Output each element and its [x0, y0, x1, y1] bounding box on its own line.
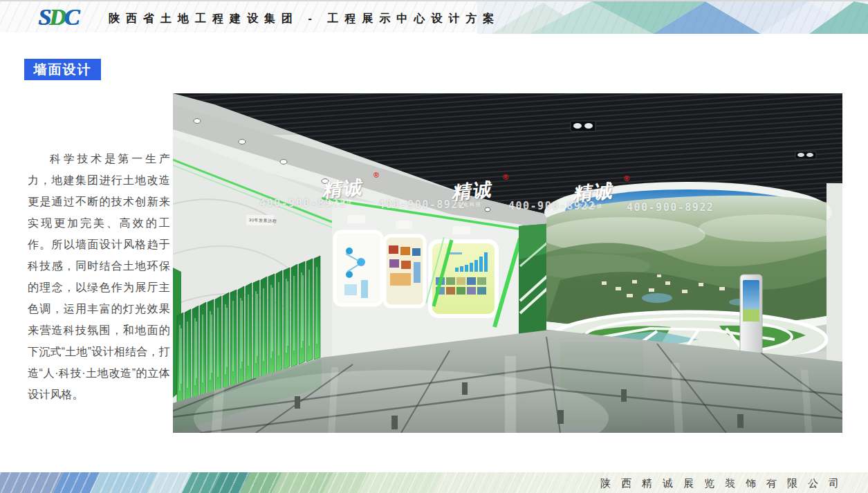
registered-trademark-icon: ® — [503, 173, 508, 181]
brand-subtext: 文化科技 — [578, 203, 603, 210]
brand-subtext: 文化科技 — [328, 199, 353, 206]
watermark-brand-logo-2: 精诚 文化科技 ® — [453, 178, 507, 210]
watermark-phone-4: 400-900-8922 — [627, 201, 714, 214]
footer-triangle-decoration — [0, 472, 609, 493]
logo-letter-c: C — [64, 4, 77, 30]
brand-subtext: 文化科技 — [457, 201, 482, 208]
render-image: 400-900-8922 精诚 文化科技 ® 400-900-8922 精诚 文… — [173, 93, 842, 433]
page-title: 陕西省土地工程建设集团 - 工程展示中心设计方案 — [109, 1, 500, 34]
watermark-brand-logo-1: 精诚 文化科技 ® — [324, 176, 378, 208]
watermark-brand-logo-3: 精诚 文化科技 ® — [574, 180, 628, 212]
footer-company-name: 陕西精诚展览装饰有限公司 — [600, 472, 849, 493]
registered-trademark-icon: ® — [624, 174, 629, 183]
exhibition-hall-render — [173, 93, 842, 433]
header-triangle-decoration — [477, 1, 868, 34]
logo-letter-d: D — [49, 4, 64, 30]
logo-letter-s: S — [38, 4, 49, 30]
page-footer: 陕西精诚展览装饰有限公司 — [0, 472, 868, 493]
page-header: SDC 陕西省土地工程建设集团 - 工程展示中心设计方案 — [0, 0, 868, 32]
section-title-badge: 墙面设计 — [24, 59, 101, 80]
registered-trademark-icon: ® — [373, 171, 379, 179]
design-description-text: 科学技术是第一生产力，地建集团进行土地改造更是通过不断的技术创新来实现更加完美、… — [28, 148, 170, 405]
sdc-logo: SDC — [38, 4, 77, 30]
